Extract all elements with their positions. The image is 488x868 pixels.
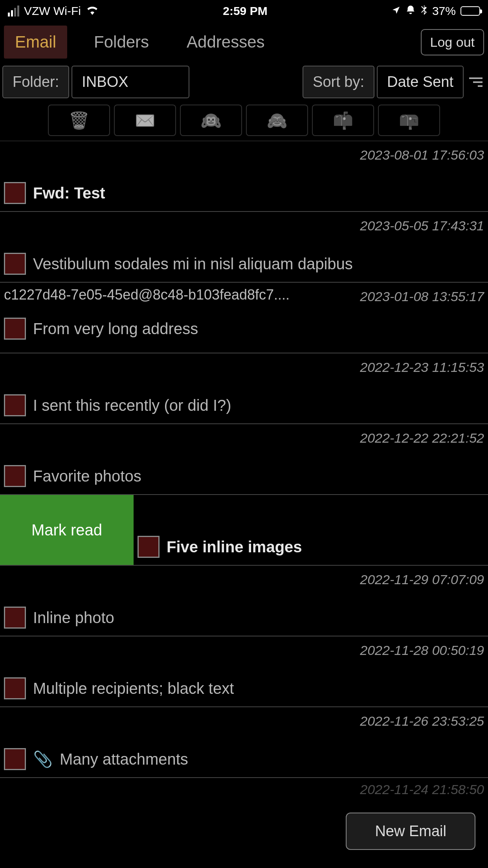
- carrier-label: VZW Wi-Fi: [24, 4, 81, 18]
- message-row[interactable]: 2022-12-23 11:15:53I sent this recently …: [0, 353, 488, 424]
- timestamp: 2022-11-29 07:07:09: [360, 570, 484, 587]
- message-row[interactable]: Mark readFive inline images: [0, 495, 488, 565]
- sort-direction-icon[interactable]: [466, 74, 486, 91]
- message-row[interactable]: 2022-12-22 22:21:52Favorite photos: [0, 424, 488, 495]
- sender-redacted: [4, 570, 255, 593]
- sender-redacted: [4, 357, 240, 381]
- clock: 2:59 PM: [223, 4, 267, 18]
- sort-label: Sort by:: [303, 66, 374, 98]
- timestamp: 2022-11-28 00:50:19: [360, 640, 484, 658]
- subject: Many attachments: [60, 750, 188, 768]
- timestamp: 2023-05-05 17:43:31: [360, 216, 484, 234]
- sender-redacted: [4, 711, 255, 735]
- folder-label: Folder:: [2, 66, 69, 98]
- new-email-button[interactable]: New Email: [346, 813, 475, 850]
- sender-redacted: [4, 640, 271, 664]
- alarm-icon: [405, 4, 416, 18]
- signal-icon: [8, 6, 19, 17]
- location-icon: [391, 4, 401, 18]
- swipe-mark-read[interactable]: Mark read: [0, 495, 134, 565]
- select-checkbox[interactable]: [4, 182, 26, 204]
- select-checkbox[interactable]: [4, 394, 26, 416]
- logout-button[interactable]: Log out: [421, 29, 484, 55]
- subject: Fwd: Test: [33, 184, 105, 202]
- status-bar: VZW Wi-Fi 2:59 PM 37%: [0, 0, 488, 22]
- subject: Multiple recipients; black text: [33, 680, 234, 697]
- timestamp: 2023-08-01 17:56:03: [360, 145, 484, 163]
- sort-select[interactable]: Date Sent: [377, 66, 464, 98]
- mark-read-button[interactable]: ✉️: [114, 105, 176, 136]
- timestamp: 2022-11-24 21:58:50: [4, 782, 484, 797]
- select-checkbox[interactable]: [4, 318, 26, 340]
- timestamp: 2022-11-26 23:53:25: [360, 711, 484, 729]
- subject: From very long address: [33, 320, 198, 338]
- message-list[interactable]: 2023-08-01 17:56:03Fwd: Test2023-05-05 1…: [0, 141, 488, 778]
- select-checkbox[interactable]: [4, 465, 26, 487]
- tabs-bar: Email Folders Addresses Log out: [0, 22, 488, 66]
- select-checkbox[interactable]: [138, 536, 160, 558]
- mailbox-out-button[interactable]: 📪: [378, 105, 440, 136]
- action-toolbar: 🗑️ ✉️ 🙉 🙈 📫 📪: [0, 102, 488, 141]
- subject: I sent this recently (or did I?): [33, 397, 231, 414]
- timestamp: 2022-12-23 11:15:53: [360, 357, 484, 375]
- battery-pct: 37%: [432, 4, 456, 18]
- timestamp: 2023-01-08 13:55:17: [360, 287, 484, 304]
- monkey-see-button[interactable]: 🙉: [180, 105, 242, 136]
- subject: Five inline images: [167, 538, 302, 556]
- battery-icon: [460, 6, 480, 16]
- sender-redacted: [4, 145, 224, 169]
- select-checkbox[interactable]: [4, 607, 26, 629]
- select-checkbox[interactable]: [4, 677, 26, 699]
- sender: c1227d48-7e05-45ed@8c48-b103fead8fc7....: [4, 287, 352, 303]
- sender-redacted: [138, 499, 436, 522]
- folder-select[interactable]: INBOX: [72, 66, 189, 98]
- monkey-nosee-button[interactable]: 🙈: [246, 105, 308, 136]
- wifi-icon: [86, 4, 99, 18]
- tab-addresses[interactable]: Addresses: [176, 26, 275, 59]
- message-row[interactable]: 2022-11-26 23:53:25📎Many attachments: [0, 707, 488, 778]
- mailbox-in-button[interactable]: 📫: [312, 105, 374, 136]
- message-row[interactable]: c1227d48-7e05-45ed@8c48-b103fead8fc7....…: [0, 282, 488, 353]
- message-row[interactable]: 2022-11-28 00:50:19Multiple recipients; …: [0, 636, 488, 707]
- paperclip-icon: 📎: [33, 750, 53, 769]
- subject: Vestibulum sodales mi in nisl aliquam da…: [33, 255, 353, 273]
- subject: Inline photo: [33, 609, 114, 627]
- timestamp: 2022-12-22 22:21:52: [360, 428, 484, 446]
- trash-button[interactable]: 🗑️: [48, 105, 110, 136]
- subject: Favorite photos: [33, 467, 141, 485]
- bluetooth-icon: [420, 4, 427, 18]
- tab-email[interactable]: Email: [4, 26, 67, 59]
- select-checkbox[interactable]: [4, 748, 26, 770]
- message-row[interactable]: 2023-08-01 17:56:03Fwd: Test: [0, 141, 488, 211]
- sender-redacted: [4, 216, 224, 239]
- message-row[interactable]: 2023-05-05 17:43:31Vestibulum sodales mi…: [0, 211, 488, 282]
- select-checkbox[interactable]: [4, 253, 26, 275]
- sender-redacted: [4, 428, 208, 452]
- message-row-partial[interactable]: 2022-11-24 21:58:50: [0, 778, 488, 813]
- filter-bar: Folder: INBOX Sort by: Date Sent: [0, 66, 488, 102]
- message-row[interactable]: 2022-11-29 07:07:09Inline photo: [0, 565, 488, 636]
- tab-folders[interactable]: Folders: [83, 26, 160, 59]
